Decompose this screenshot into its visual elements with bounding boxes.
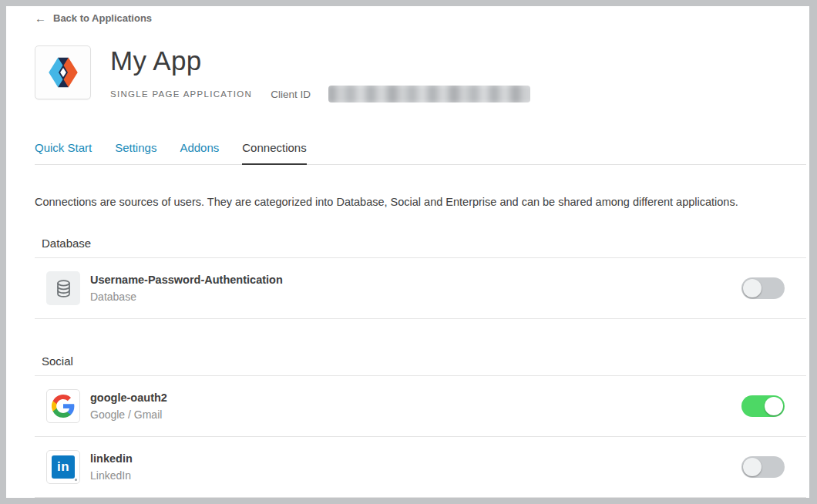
connection-type: Google / Gmail (90, 408, 741, 421)
linkedin-glyph: in (52, 455, 75, 479)
section-database: Database Username-Password-Authenticatio… (35, 237, 809, 319)
client-id-redacted (328, 86, 530, 102)
app-type-label: SINGLE PAGE APPLICATION (110, 89, 252, 99)
client-id-label: Client ID (271, 89, 311, 100)
page-content: ← Back to Applications My App SINGLE PAG… (6, 6, 809, 498)
connection-row-google: google-oauth2 Google / Gmail (35, 376, 806, 437)
toggle-knob (743, 458, 762, 476)
section-title-database: Database (42, 237, 809, 250)
connections-description: Connections are sources of users. They a… (35, 196, 802, 209)
app-header-text: My App SINGLE PAGE APPLICATION Client ID (110, 45, 530, 102)
connection-name: linkedin (90, 452, 741, 465)
section-social: Social google-oauth2 Google / Gmail (35, 354, 809, 498)
app-header: My App SINGLE PAGE APPLICATION Client ID (35, 45, 809, 102)
back-link-label: Back to Applications (53, 12, 152, 24)
tab-addons[interactable]: Addons (180, 141, 219, 164)
database-icon (46, 271, 80, 305)
connection-type: LinkedIn (90, 469, 741, 482)
tab-quick-start[interactable]: Quick Start (35, 141, 92, 164)
back-arrow-icon: ← (35, 12, 46, 24)
toggle-knob (765, 397, 783, 415)
tab-bar: Quick Start Settings Addons Connections (35, 141, 806, 165)
connection-name: Username-Password-Authentication (90, 274, 741, 287)
connection-row-username-password: Username-Password-Authentication Databas… (35, 258, 806, 319)
connection-info: linkedin LinkedIn (90, 452, 741, 482)
app-logo-icon (43, 52, 83, 92)
toggle-linkedin[interactable] (741, 456, 785, 478)
tab-connections[interactable]: Connections (242, 141, 306, 164)
registered-mark-dot (75, 479, 77, 481)
screenshot-frame: ← Back to Applications My App SINGLE PAG… (0, 0, 817, 504)
back-to-applications-link[interactable]: ← Back to Applications (35, 12, 152, 24)
linkedin-icon: in (46, 450, 80, 484)
toggle-google-oauth2[interactable] (741, 395, 785, 417)
app-logo (35, 45, 91, 99)
connection-row-linkedin: in linkedin LinkedIn (35, 437, 806, 498)
connection-name: google-oauth2 (90, 391, 741, 405)
connection-type: Database (90, 291, 741, 303)
section-title-social: Social (42, 354, 809, 368)
toggle-username-password[interactable] (741, 277, 785, 299)
connection-info: Username-Password-Authentication Databas… (90, 274, 741, 303)
connection-info: google-oauth2 Google / Gmail (90, 391, 741, 421)
app-meta: SINGLE PAGE APPLICATION Client ID (110, 86, 530, 102)
google-icon (46, 389, 80, 423)
app-title: My App (110, 45, 530, 76)
toggle-knob (743, 279, 762, 297)
tab-settings[interactable]: Settings (115, 141, 156, 164)
